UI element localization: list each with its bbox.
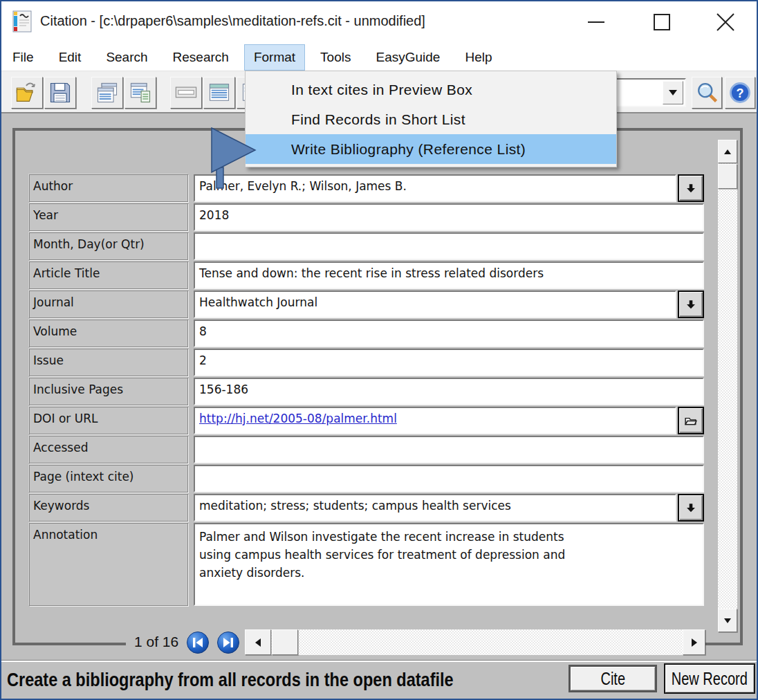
arrow-down-icon — [685, 183, 696, 194]
record-form-icon — [128, 80, 153, 105]
search-button[interactable] — [692, 77, 722, 109]
page-intext-field[interactable] — [194, 465, 704, 492]
vertical-scroll-thumb[interactable] — [718, 164, 737, 189]
minimize-icon — [586, 12, 607, 33]
doi-label: DOI or URL — [29, 407, 188, 434]
pages-field[interactable]: 156-186 — [194, 378, 704, 405]
keywords-label: Keywords — [29, 494, 188, 522]
menu-easyguide[interactable]: EasyGuide — [366, 44, 450, 71]
first-record-button[interactable] — [186, 631, 210, 654]
doi-field[interactable]: http://hj.net/2005-08/palmer.html — [194, 407, 676, 434]
journal-field[interactable]: Healthwatch Journal — [194, 291, 676, 318]
accessed-label: Accessed — [29, 436, 188, 463]
selection-arrow-cursor — [211, 127, 259, 191]
combo-dropdown-button[interactable] — [663, 81, 683, 104]
open-file-button[interactable] — [11, 77, 43, 109]
help-icon: ? — [728, 80, 752, 105]
menu-item-write-bibliography[interactable]: Write Bibliography (Reference List) — [246, 134, 616, 164]
cite-button[interactable]: Cite — [568, 665, 657, 692]
volume-field[interactable]: 8 — [194, 320, 704, 347]
form-row: Volume 8 — [29, 320, 704, 347]
combo-dropdown-icon — [669, 90, 677, 95]
records-list-icon — [95, 80, 120, 105]
author-lookup-button[interactable] — [678, 174, 704, 202]
annotation-line: Palmer and Wilson investigate the recent… — [199, 528, 699, 546]
arrow-down-icon — [724, 618, 731, 623]
minimize-button[interactable] — [584, 11, 608, 33]
keywords-lookup-button[interactable] — [678, 494, 704, 522]
form-row: Author Palmer, Evelyn R.; Wilson, James … — [29, 174, 704, 202]
horizontal-scrollbar[interactable] — [245, 629, 705, 655]
next-record-button[interactable] — [216, 631, 240, 654]
form-row: Month, Day(or Qtr) — [29, 232, 704, 260]
article-title-label: Article Title — [29, 261, 188, 289]
search-icon — [694, 80, 719, 105]
issue-label: Issue — [29, 349, 188, 376]
open-folder-icon — [685, 415, 697, 426]
issue-field[interactable]: 2 — [194, 349, 704, 376]
doi-link[interactable]: http://hj.net/2005-08/palmer.html — [199, 412, 397, 425]
menu-help[interactable]: Help — [455, 44, 501, 71]
status-bar: Create a bibliography from all records i… — [1, 660, 757, 699]
article-title-field[interactable]: Tense and down: the recent rise in stres… — [194, 261, 704, 289]
record-form-button[interactable] — [124, 77, 156, 109]
form-row: Page (intext cite) — [29, 465, 704, 492]
journal-lookup-button[interactable] — [678, 291, 704, 318]
menu-file[interactable]: File — [3, 44, 44, 71]
menu-search[interactable]: Search — [96, 44, 157, 71]
new-record-button[interactable]: New Record — [664, 663, 755, 694]
open-file-icon — [15, 80, 39, 105]
annotation-field[interactable]: Palmer and Wilson investigate the recent… — [194, 523, 704, 606]
arrow-left-icon — [255, 638, 261, 647]
records-list-button[interactable] — [91, 77, 123, 109]
doi-open-button[interactable] — [678, 407, 704, 434]
menu-tools[interactable]: Tools — [311, 44, 360, 71]
arrow-down-icon — [685, 299, 696, 310]
keywords-field[interactable]: meditation; stress; students; campus hea… — [194, 494, 676, 522]
scroll-right-button[interactable] — [683, 629, 705, 655]
preview-bar-button[interactable] — [170, 77, 202, 109]
menu-edit[interactable]: Edit — [49, 44, 91, 71]
save-file-button[interactable] — [44, 77, 76, 109]
arrow-right-icon — [692, 638, 697, 647]
horizontal-scroll-thumb[interactable] — [272, 629, 298, 655]
month-field[interactable] — [194, 232, 704, 260]
menu-format[interactable]: Format — [244, 44, 305, 71]
record-fields: Author Palmer, Evelyn R.; Wilson, James … — [29, 174, 704, 607]
scroll-down-button[interactable] — [718, 609, 737, 632]
month-label: Month, Day(or Qtr) — [29, 232, 188, 260]
vertical-scrollbar[interactable] — [718, 140, 737, 632]
style-combo-box[interactable] — [613, 78, 686, 107]
year-label: Year — [29, 203, 188, 231]
help-button[interactable]: ? — [725, 77, 755, 109]
form-row: DOI or URL http://hj.net/2005-08/palmer.… — [29, 407, 704, 434]
format-menu-popup: In text cites in Preview Box Find Record… — [245, 71, 617, 167]
journal-label: Journal — [29, 291, 188, 318]
form-row: Article Title Tense and down: the recent… — [29, 261, 704, 289]
title-bar: Citation - [c:\drpaper6\samples\meditati… — [1, 1, 757, 42]
annotation-label: Annotation — [29, 523, 188, 606]
menu-item-intext-cites[interactable]: In text cites in Preview Box — [246, 75, 616, 104]
annotation-line: anxiety disorders. — [199, 564, 699, 582]
close-button[interactable] — [714, 11, 737, 33]
form-row: Inclusive Pages 156-186 — [29, 378, 704, 405]
records-table-icon — [207, 80, 232, 105]
menu-item-find-records[interactable]: Find Records in Short List — [246, 104, 616, 134]
scroll-up-button[interactable] — [718, 140, 737, 163]
scroll-left-button[interactable] — [245, 629, 271, 655]
records-table-button[interactable] — [203, 77, 235, 109]
menu-research[interactable]: Research — [163, 44, 239, 71]
form-row: Accessed — [29, 436, 704, 463]
author-field[interactable]: Palmer, Evelyn R.; Wilson, James B. — [194, 174, 676, 202]
accessed-field[interactable] — [194, 436, 704, 463]
maximize-button[interactable] — [650, 11, 674, 33]
close-icon — [714, 11, 737, 33]
page-intext-label: Page (intext cite) — [29, 465, 188, 492]
form-row: Annotation Palmer and Wilson investigate… — [29, 523, 704, 606]
pages-label: Inclusive Pages — [29, 378, 188, 405]
arrow-up-icon — [724, 149, 731, 154]
author-label: Author — [29, 174, 188, 202]
volume-label: Volume — [29, 320, 188, 347]
year-field[interactable]: 2018 — [194, 203, 704, 231]
app-icon — [11, 10, 33, 33]
